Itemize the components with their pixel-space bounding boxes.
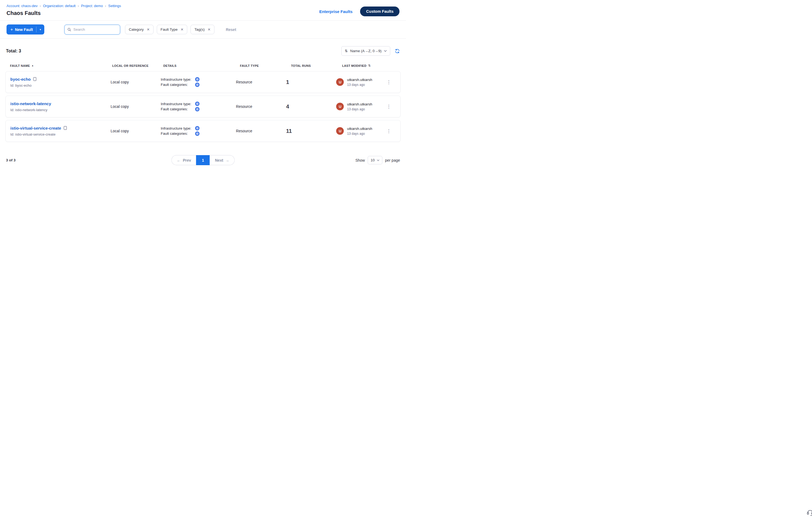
chevron-down-icon: ▾: [40, 28, 41, 31]
page-header: Account: chaos-dev › Organization: defau…: [0, 0, 406, 21]
filter-chip-label: Tag(s): [194, 27, 205, 31]
chevron-right-icon: ›: [105, 4, 106, 8]
modified-by-user: utkarsh.utkarsh: [347, 78, 372, 82]
fault-name-link[interactable]: byoc-echo: [10, 77, 31, 81]
per-page-label: per page: [385, 158, 400, 162]
new-fault-split-button: + New Fault ▾: [6, 24, 44, 34]
row-menu-button[interactable]: ⋮: [384, 103, 393, 110]
refresh-button[interactable]: [395, 48, 400, 54]
sort-dropdown-value: Name (A→Z, 0→9): [350, 49, 382, 53]
chevron-right-icon: ›: [40, 4, 41, 8]
sort-dropdown[interactable]: ⇅ Name (A→Z, 0→9): [341, 46, 390, 56]
filter-chip-fault-type[interactable]: Fault Type ✕: [157, 25, 187, 34]
new-fault-button[interactable]: + New Fault: [6, 27, 36, 32]
fault-list: byoc-echo Id: byoc-echo Local copy Infra…: [0, 71, 406, 142]
local-or-reference-value: Local copy: [110, 104, 129, 109]
document-icon: [64, 126, 67, 130]
kubernetes-icon: [195, 131, 200, 136]
search-box: [65, 25, 120, 34]
close-icon[interactable]: ✕: [181, 28, 184, 31]
prev-page-button[interactable]: ← Prev: [172, 155, 196, 165]
column-header-local-or-reference: LOCAL OR REFERENCE: [112, 64, 163, 68]
search-input[interactable]: [73, 27, 117, 31]
table-row[interactable]: istio-virtual-service-create Id: istio-v…: [5, 120, 401, 142]
next-page-button[interactable]: Next →: [210, 155, 234, 165]
fault-type-value: Resource: [236, 129, 252, 133]
enterprise-faults-link[interactable]: Enterprise Faults: [319, 9, 353, 14]
search-icon: [68, 28, 71, 31]
local-or-reference-value: Local copy: [110, 80, 129, 84]
filter-chips: Category ✕ Fault Type ✕ Tag(s) ✕: [125, 25, 214, 34]
column-label: DETAILS: [163, 64, 176, 68]
breadcrumb-account[interactable]: Account: chaos-dev: [6, 4, 37, 8]
new-fault-label: New Fault: [15, 27, 33, 32]
breadcrumb-organization[interactable]: Organization: default: [43, 4, 76, 8]
kubernetes-icon: [195, 77, 200, 81]
avatar[interactable]: U: [336, 78, 344, 86]
column-header-total-runs: TOTAL RUNS: [291, 64, 342, 68]
infrastructure-type-label: Infrastructure type:: [161, 102, 195, 106]
pager: ← Prev 1 Next →: [172, 155, 235, 165]
page-size-control: Show 10 per page: [355, 156, 400, 164]
prev-label: Prev: [183, 158, 191, 162]
kubernetes-icon: [195, 126, 200, 130]
column-header-fault-type: FAULT TYPE: [240, 64, 291, 68]
table-row[interactable]: istio-network-latency Id: istio-network-…: [5, 96, 401, 118]
reset-filters-button[interactable]: Reset: [226, 27, 236, 32]
modified-by-user: utkarsh.utkarsh: [347, 127, 372, 131]
breadcrumb: Account: chaos-dev › Organization: defau…: [6, 4, 121, 8]
avatar[interactable]: U: [336, 103, 344, 110]
local-or-reference-value: Local copy: [110, 129, 129, 133]
breadcrumb-project[interactable]: Project: demo: [81, 4, 103, 8]
fault-name-link[interactable]: istio-virtual-service-create: [10, 126, 61, 130]
column-header-details: DETAILS: [163, 64, 240, 68]
total-runs-value: 1: [286, 79, 289, 85]
close-icon[interactable]: ✕: [147, 28, 150, 31]
modified-date: 13 days ago: [347, 107, 372, 111]
column-label: TOTAL RUNS: [291, 64, 311, 68]
page-size-select[interactable]: 10: [368, 156, 382, 164]
column-label: LOCAL OR REFERENCE: [112, 64, 149, 68]
kubernetes-icon: [195, 107, 200, 111]
column-header-last-modified[interactable]: LAST MODIFIED ⇅: [342, 64, 391, 68]
page-title: Chaos Faults: [6, 10, 121, 16]
fault-id: Id: istio-virtual-service-create: [10, 132, 110, 136]
document-icon: [33, 77, 36, 81]
fault-id: Id: byoc-echo: [10, 83, 110, 87]
pagination-range: 3 of 3: [6, 158, 16, 162]
row-menu-button[interactable]: ⋮: [384, 78, 393, 86]
new-fault-dropdown-button[interactable]: ▾: [36, 28, 44, 31]
kubernetes-icon: [195, 102, 200, 106]
row-menu-button[interactable]: ⋮: [384, 127, 393, 135]
filter-chip-label: Category: [129, 27, 144, 31]
fault-categories-label: Fault categories:: [161, 107, 195, 111]
filter-chip-category[interactable]: Category ✕: [125, 25, 154, 34]
arrow-right-icon: →: [225, 158, 229, 162]
fault-type-value: Resource: [236, 80, 252, 84]
filter-chip-label: Fault Type: [160, 27, 178, 31]
avatar[interactable]: U: [336, 127, 344, 135]
pagination: 3 of 3 ← Prev 1 Next → Show 10 per page: [0, 156, 406, 164]
next-label: Next: [215, 158, 223, 162]
column-header-fault-name[interactable]: FAULT NAME ▲: [10, 64, 112, 68]
fault-id: Id: istio-network-latency: [10, 108, 110, 112]
breadcrumb-settings[interactable]: Settings: [108, 4, 121, 8]
page-number-button[interactable]: 1: [196, 155, 210, 165]
chevron-right-icon: ›: [78, 4, 79, 8]
fault-type-value: Resource: [236, 104, 252, 109]
table-row[interactable]: byoc-echo Id: byoc-echo Local copy Infra…: [5, 71, 401, 93]
close-icon[interactable]: ✕: [208, 28, 211, 31]
total-runs-value: 4: [286, 104, 289, 109]
filter-chip-tags[interactable]: Tag(s) ✕: [191, 25, 214, 34]
fault-categories-label: Fault categories:: [161, 83, 195, 87]
column-label: LAST MODIFIED: [342, 64, 366, 68]
arrow-left-icon: ←: [177, 158, 181, 162]
chevron-down-icon: [377, 159, 379, 161]
chevron-down-icon: [384, 50, 387, 52]
infrastructure-type-label: Infrastructure type:: [161, 77, 195, 81]
show-label: Show: [355, 158, 365, 162]
sort-updown-icon: ⇅: [345, 49, 348, 53]
fault-name-link[interactable]: istio-network-latency: [10, 101, 51, 106]
plus-icon: +: [10, 27, 13, 32]
custom-faults-button[interactable]: Custom Faults: [360, 6, 400, 16]
